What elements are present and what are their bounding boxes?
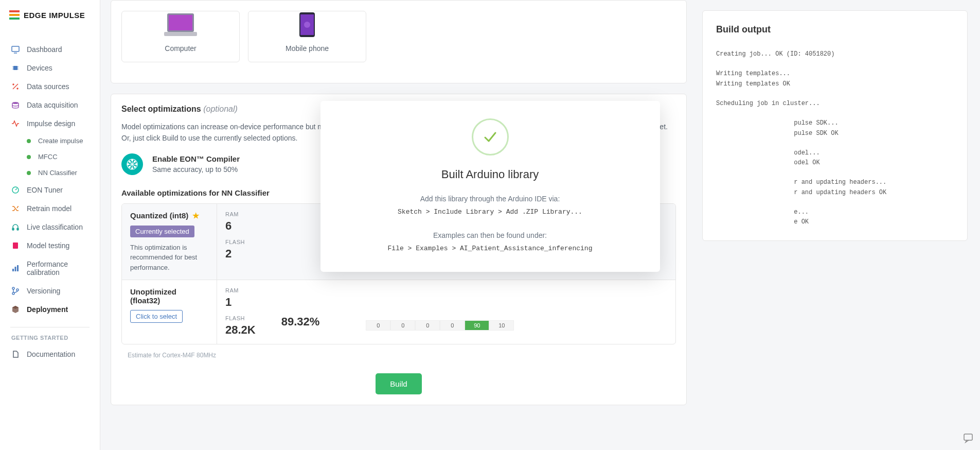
flash-label: FLASH xyxy=(225,239,245,245)
sidebar-item-data-acquisition[interactable]: Data acquisition xyxy=(0,96,100,114)
target-label: Computer xyxy=(122,44,239,53)
flash-value: 2 xyxy=(225,247,245,261)
ram-label: RAM xyxy=(225,287,256,293)
svg-rect-17 xyxy=(17,228,19,230)
svg-rect-19 xyxy=(12,269,14,271)
star-icon: ★ xyxy=(192,211,199,220)
sidebar-item-label: Performance calibration xyxy=(27,260,88,276)
sidebar-item-documentation[interactable]: Documentation xyxy=(0,345,100,364)
confusion-cell: 0 xyxy=(415,320,440,331)
estimate-note: Estimate for Cortex-M4F 80MHz xyxy=(121,352,676,359)
branch-icon xyxy=(11,287,20,295)
confusion-cell: 10 xyxy=(489,320,514,331)
build-output-title: Build output xyxy=(716,24,954,35)
shuffle-icon xyxy=(11,204,20,213)
svg-point-23 xyxy=(12,292,14,295)
clipboard-icon xyxy=(11,241,20,250)
sidebar-item-label: Live classification xyxy=(27,223,83,231)
svg-point-11 xyxy=(13,84,14,85)
svg-rect-3 xyxy=(12,46,19,51)
flash-label: FLASH xyxy=(225,315,256,321)
svg-point-22 xyxy=(12,287,14,289)
modal-instruction: Examples can then be found under: xyxy=(341,231,639,239)
svg-point-24 xyxy=(16,289,19,291)
sidebar-sub-mfcc[interactable]: MFCC xyxy=(15,149,100,165)
console-output: Creating job... OK (ID: 4051820) Writing… xyxy=(716,49,954,227)
modal-instruction: Add this library through the Arduino IDE… xyxy=(341,195,639,203)
neural-icon xyxy=(121,153,143,175)
accuracy-value: 89.32% xyxy=(281,315,320,328)
logo[interactable]: EDGE IMPULSE xyxy=(0,0,100,30)
nav: Dashboard Devices Data sources Data acqu… xyxy=(0,30,100,369)
target-mobile[interactable]: Mobile phone xyxy=(248,11,366,62)
laptop-icon xyxy=(122,11,239,37)
phone-icon xyxy=(248,11,366,37)
modal-code-path: File > Examples > AI_Patient_Assistance_… xyxy=(341,245,639,252)
sidebar-item-label: Documentation xyxy=(27,350,75,358)
sidebar-item-versioning[interactable]: Versioning xyxy=(0,282,100,300)
sidebar-item-deployment[interactable]: Deployment xyxy=(0,300,100,319)
svg-rect-1 xyxy=(9,14,20,16)
svg-rect-27 xyxy=(164,32,197,36)
wand-icon xyxy=(11,82,20,91)
sidebar-item-devices[interactable]: Devices xyxy=(0,59,100,77)
svg-rect-26 xyxy=(169,15,192,30)
sidebar-sub-create-impulse[interactable]: Create impulse xyxy=(15,133,100,149)
section-getting-started: GETTING STARTED xyxy=(0,327,100,345)
sidebar-sub-nn-classifier[interactable]: NN Classifier xyxy=(15,165,100,181)
svg-rect-20 xyxy=(15,267,16,271)
svg-point-12 xyxy=(17,88,18,89)
targets-panel: Computer Mobile phone xyxy=(111,0,687,83)
logo-text: EDGE IMPULSE xyxy=(24,11,85,20)
sidebar-item-label: Impulse design xyxy=(27,119,75,128)
ram-value: 6 xyxy=(225,219,245,233)
target-computer[interactable]: Computer xyxy=(121,11,240,62)
svg-rect-18 xyxy=(13,243,18,249)
package-icon xyxy=(11,305,20,314)
sidebar-item-impulse-design[interactable]: Impulse design xyxy=(0,114,100,133)
status-dot-icon xyxy=(27,139,31,143)
optional-hint: (optional) xyxy=(203,105,238,113)
sidebar-item-data-sources[interactable]: Data sources xyxy=(0,77,100,96)
sidebar-item-label: EON Tuner xyxy=(27,186,63,194)
svg-point-30 xyxy=(304,22,310,28)
svg-point-13 xyxy=(12,102,19,104)
sidebar-item-dashboard[interactable]: Dashboard xyxy=(0,40,100,59)
build-button[interactable]: Build xyxy=(376,373,421,394)
svg-rect-16 xyxy=(12,228,14,230)
build-output-panel: Build output Creating job... OK (ID: 405… xyxy=(702,10,968,241)
sidebar-item-label: Devices xyxy=(27,64,52,72)
sidebar-item-eon-tuner[interactable]: EON Tuner xyxy=(0,181,100,199)
modal-title: Built Arduino library xyxy=(341,168,639,181)
sidebar-item-label: Retrain model xyxy=(27,204,72,213)
sidebar-item-live-classification[interactable]: Live classification xyxy=(0,218,100,236)
database-icon xyxy=(11,101,20,109)
optimization-name: Unoptimized (float32) xyxy=(130,287,208,305)
sidebar-item-label: Versioning xyxy=(27,287,60,295)
sidebar: EDGE IMPULSE Dashboard Devices Data sour… xyxy=(0,0,100,450)
confusion-cell: 0 xyxy=(440,320,465,331)
sidebar-item-performance-calibration[interactable]: Performance calibration xyxy=(0,255,100,282)
ram-label: RAM xyxy=(225,211,245,217)
chart-icon xyxy=(11,264,20,272)
sidebar-item-label: NN Classifier xyxy=(38,169,77,177)
click-to-select-button[interactable]: Click to select xyxy=(130,310,183,323)
sidebar-item-label: Create impulse xyxy=(38,137,83,145)
optimization-unoptimized-row: Unoptimized (float32) Click to select RA… xyxy=(122,280,675,344)
currently-selected-badge: Currently selected xyxy=(130,226,194,237)
feedback-icon[interactable] xyxy=(963,432,974,444)
headphones-icon xyxy=(11,223,20,231)
chip-icon xyxy=(11,64,20,72)
sidebar-item-label: Data sources xyxy=(27,82,69,91)
status-dot-icon xyxy=(27,171,31,175)
status-dot-icon xyxy=(27,155,31,159)
document-icon xyxy=(11,350,20,358)
eon-subtitle: Same accuracy, up to 50% xyxy=(152,165,240,174)
ram-value: 1 xyxy=(225,296,256,309)
sidebar-item-model-testing[interactable]: Model testing xyxy=(0,236,100,255)
sidebar-item-label: Deployment xyxy=(27,305,68,314)
confusion-row: 0 0 0 0 90 10 xyxy=(366,320,514,331)
gauge-icon xyxy=(11,186,20,194)
sidebar-item-retrain-model[interactable]: Retrain model xyxy=(0,199,100,218)
flash-value: 28.2K xyxy=(225,323,256,337)
